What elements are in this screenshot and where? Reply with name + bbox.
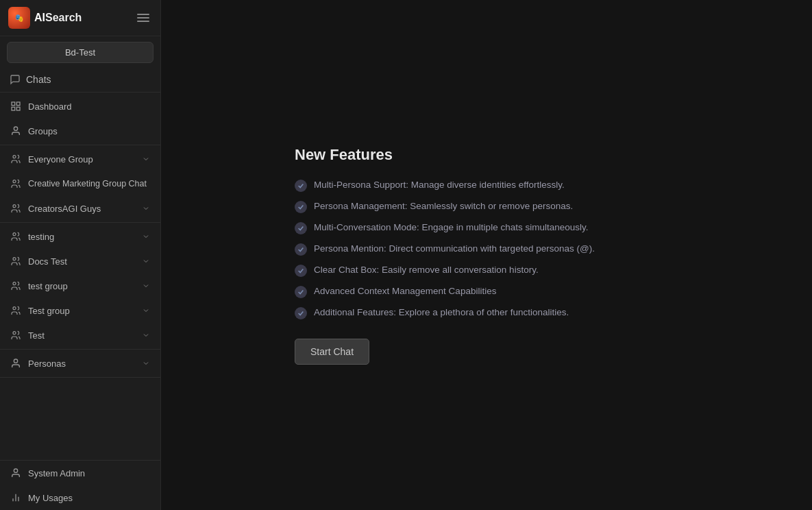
check-icon-4 [295,265,307,277]
everyone-group-label: Everyone Group [28,154,93,165]
feature-item: Persona Management: Seamlessly switch or… [295,200,678,213]
test-group-2-icon [10,304,22,317]
sidebar-item-everyone-group[interactable]: Everyone Group [0,147,160,171]
feature-text-4: Clear Chat Box: Easily remove all conver… [314,264,539,277]
svg-point-12 [13,332,16,335]
feature-list: Multi-Persona Support: Manage diverse id… [295,179,678,319]
sidebar-item-usages-left: My Usages [10,491,73,504]
svg-point-14 [14,469,17,472]
test-icon [10,329,22,341]
my-usages-label: My Usages [28,493,73,503]
feature-text-3: Persona Mention: Direct communication wi… [314,243,595,256]
test-chevron [141,330,151,340]
check-icon-0 [295,180,307,192]
toggle-line-2 [137,17,149,19]
test-group-2-label: Test group [28,306,70,316]
docs-test-label: Docs Test [28,256,67,267]
test-group-1-chevron [141,281,151,291]
svg-point-4 [14,127,17,130]
system-admin-icon [10,467,22,479]
chats-section[interactable]: Chats [0,69,160,90]
sidebar-item-dashboard-left: Dashboard [10,100,72,112]
logo-text: AISearch [34,12,82,24]
feature-item: Multi-Conversation Mode: Engage in multi… [295,221,678,234]
toggle-line-3 [137,21,149,22]
sidebar-item-system-admin[interactable]: System Admin [0,461,160,485]
sidebar-item-groups-left: Groups [10,125,58,137]
workspace-button[interactable]: Bd-Test [7,42,153,63]
test-group-1-label: test group [28,281,68,291]
feature-text-0: Multi-Persona Support: Manage diverse id… [314,179,565,192]
sidebar-item-my-usages[interactable]: My Usages [0,485,160,510]
svg-rect-0 [12,102,15,106]
sidebar-item-test-group-2[interactable]: Test group [0,298,160,323]
divider-4 [0,349,160,350]
check-icon-2 [295,222,307,234]
feature-item: Advanced Context Management Capabilities [295,285,678,298]
welcome-panel: New Features Multi-Persona Support: Mana… [295,146,678,365]
dashboard-icon [10,100,22,112]
sidebar-item-testing[interactable]: testing [0,224,160,249]
toggle-line-1 [137,14,149,15]
testing-label: testing [28,232,54,242]
svg-point-9 [13,258,16,260]
svg-rect-2 [16,107,20,110]
everyone-group-chevron [141,154,151,164]
svg-point-5 [13,156,16,158]
sidebar-item-docs-test[interactable]: Docs Test [0,249,160,274]
svg-rect-1 [16,102,20,106]
sidebar-item-personas[interactable]: Personas [0,351,160,376]
sidebar-item-docs-left: Docs Test [10,255,67,267]
sidebar-toggle-button[interactable] [136,10,152,26]
my-usages-icon [10,491,22,504]
chat-icon [10,74,21,85]
logo: 🎭 AISearch [8,7,82,29]
svg-point-7 [13,205,16,208]
feature-text-1: Persona Management: Seamlessly switch or… [314,200,573,213]
test-group-1-icon [10,280,22,292]
divider-1 [0,92,160,93]
sidebar-item-test[interactable]: Test [0,323,160,348]
sidebar-item-test-group-1[interactable]: test group [0,274,160,298]
sidebar-item-test-left: Test [10,329,45,341]
testing-icon [10,230,22,243]
groups-label: Groups [28,126,58,136]
everyone-group-icon [10,153,22,165]
sidebar-item-groups[interactable]: Groups [0,119,160,143]
sidebar-bottom: System Admin My Usages [0,460,160,510]
docs-test-icon [10,255,22,267]
sidebar-item-testg1-left: test group [10,280,68,292]
logo-avatar-inner: 🎭 [8,7,30,29]
sidebar: 🎭 AISearch Bd-Test Chats [0,0,161,510]
sidebar-item-everyone-left: Everyone Group [10,153,93,165]
divider-5 [0,377,160,378]
feature-text-5: Advanced Context Management Capabilities [314,285,496,298]
welcome-title: New Features [295,146,678,164]
feature-item: Persona Mention: Direct communication wi… [295,243,678,256]
feature-item: Additional Features: Explore a plethora … [295,306,678,319]
check-icon-1 [295,201,307,213]
testing-chevron [141,232,151,241]
test-group-2-chevron [141,306,151,315]
test-label: Test [28,330,45,341]
feature-text-2: Multi-Conversation Mode: Engage in multi… [314,221,588,234]
svg-point-13 [14,359,17,363]
sidebar-item-creative-marketing[interactable]: Creative Marketing Group Chat [0,171,160,196]
svg-point-10 [13,282,16,285]
logo-avatar: 🎭 [8,7,30,29]
sidebar-item-creatorsagi-left: CreatorsAGI Guys [10,202,101,215]
creatorsagi-chevron [141,204,151,213]
sidebar-item-personas-left: Personas [10,357,66,369]
personas-icon [10,357,22,369]
start-chat-button[interactable]: Start Chat [295,339,369,365]
chats-label: Chats [26,74,51,85]
sidebar-item-dashboard[interactable]: Dashboard [0,94,160,119]
sidebar-header: 🎭 AISearch [0,0,160,36]
svg-point-6 [13,180,16,183]
logo-rest-text: Search [45,12,82,23]
sidebar-item-creatorsagi[interactable]: CreatorsAGI Guys [0,196,160,221]
feature-text-6: Additional Features: Explore a plethora … [314,306,569,319]
divider-3 [0,222,160,223]
logo-ai-text: AI [34,12,45,23]
check-icon-5 [295,286,307,298]
